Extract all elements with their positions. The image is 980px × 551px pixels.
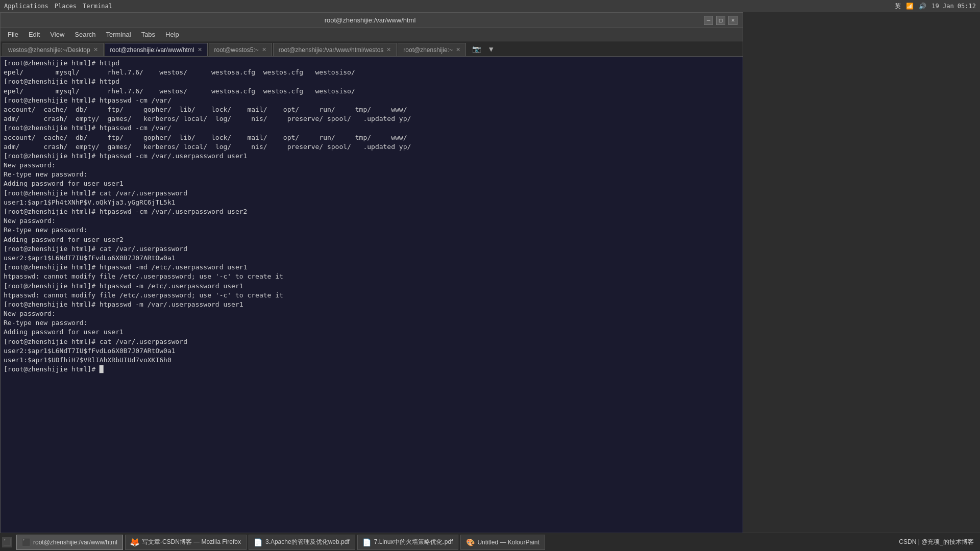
menu-terminal[interactable]: Terminal — [102, 30, 135, 39]
tab-3-label: root@westos5:~ — [214, 46, 259, 54]
taskbar-pdf1-label: 3.Apache的管理及优化web.pdf — [265, 538, 350, 546]
tab-4-label: root@zhenshijie:/var/www/html/westos — [279, 46, 384, 54]
taskbar-paint-label: Untitled — KolourPaint — [477, 539, 539, 546]
menu-help[interactable]: Help — [161, 30, 183, 39]
taskbar-pdf2-icon: 📄 — [363, 538, 371, 546]
window-title: root@zhenshijie:/var/www/html — [36, 16, 704, 24]
volume-icon: 🔊 — [919, 3, 926, 10]
taskbar-right-text: CSDN | @充项_的技术博客 — [899, 538, 978, 546]
minimize-button[interactable]: — — [704, 16, 713, 25]
menu-edit[interactable]: Edit — [24, 30, 44, 39]
taskbar-show-desktop[interactable]: ⬛ — [2, 537, 12, 547]
show-desktop-icon: ⬛ — [3, 538, 11, 546]
taskbar-paint[interactable]: 🎨 Untitled — KolourPaint — [460, 535, 545, 550]
taskbar-firefox-label: 写文章-CSDN博客 — Mozilla Firefox — [142, 538, 241, 546]
tab-2-label: root@zhenshijie:/var/www/html — [110, 46, 194, 54]
tab-2[interactable]: root@zhenshijie:/var/www/html ✕ — [105, 43, 208, 56]
menu-bar: File Edit View Search Terminal Tabs Help — [1, 28, 743, 41]
tab-5-close[interactable]: ✕ — [456, 46, 460, 53]
taskbar: ⬛ ⬛ root@zhenshijie:/var/www/html 🦊 写文章-… — [0, 533, 980, 551]
taskbar-pdf1[interactable]: 📄 3.Apache的管理及优化web.pdf — [249, 535, 355, 550]
tab-4-close[interactable]: ✕ — [386, 46, 391, 53]
places-menu[interactable]: Places — [55, 3, 77, 10]
taskbar-pdf1-icon: 📄 — [254, 538, 262, 546]
wifi-icon: 📶 — [906, 3, 914, 10]
menu-view[interactable]: View — [46, 30, 68, 39]
taskbar-pdf2-label: 7.Linux中的火墙策略优化.pdf — [374, 538, 453, 546]
tab-bar: westos@zhenshijie:~/Desktop ✕ root@zhens… — [1, 41, 743, 57]
terminal-menu[interactable]: Terminal — [83, 3, 112, 10]
menu-tabs[interactable]: Tabs — [137, 30, 159, 39]
menu-search[interactable]: Search — [70, 30, 100, 39]
tab-3[interactable]: root@westos5:~ ✕ — [209, 43, 272, 56]
system-bar-right: 英 📶 🔊 19 Jan 05:12 — [895, 2, 976, 11]
taskbar-terminal-icon: ⬛ — [22, 538, 30, 546]
tab-5-label: root@zhenshijie:~ — [403, 46, 453, 54]
system-bar: Applications Places Terminal 英 📶 🔊 19 Ja… — [0, 0, 980, 12]
datetime-display: 19 Jan 05:12 — [932, 3, 976, 10]
tab-1[interactable]: westos@zhenshijie:~/Desktop ✕ — [3, 43, 104, 56]
title-bar: root@zhenshijie:/var/www/html — □ ✕ — [1, 13, 743, 28]
language-indicator: 英 — [895, 2, 901, 11]
close-button[interactable]: ✕ — [728, 16, 738, 25]
window-controls: — □ ✕ — [704, 16, 738, 25]
taskbar-terminal[interactable]: ⬛ root@zhenshijie:/var/www/html — [16, 535, 123, 550]
system-bar-left: Applications Places Terminal — [4, 3, 112, 10]
taskbar-pdf2[interactable]: 📄 7.Linux中的火墙策略优化.pdf — [357, 535, 459, 550]
taskbar-firefox[interactable]: 🦊 写文章-CSDN博客 — Mozilla Firefox — [125, 535, 247, 550]
applications-menu[interactable]: Applications — [4, 3, 48, 10]
tab-4[interactable]: root@zhenshijie:/var/www/html/westos ✕ — [273, 43, 397, 56]
menu-file[interactable]: File — [4, 30, 22, 39]
taskbar-paint-icon: 🎨 — [466, 538, 474, 546]
tab-2-close[interactable]: ✕ — [198, 46, 202, 53]
taskbar-firefox-icon: 🦊 — [131, 538, 139, 546]
taskbar-terminal-label: root@zhenshijie:/var/www/html — [33, 539, 117, 546]
tab-1-close[interactable]: ✕ — [93, 46, 98, 53]
tab-menu-button[interactable]: ▼ — [487, 45, 495, 53]
tab-5[interactable]: root@zhenshijie:~ ✕ — [398, 43, 466, 56]
tab-3-close[interactable]: ✕ — [262, 46, 266, 53]
tab-add-button[interactable]: 📷 — [469, 45, 484, 53]
tab-1-label: westos@zhenshijie:~/Desktop — [8, 46, 90, 54]
terminal-window: root@zhenshijie:/var/www/html — □ ✕ File… — [0, 12, 743, 551]
maximize-button[interactable]: □ — [716, 16, 725, 25]
terminal-output[interactable]: [root@zhenshijie html]# httpd epel/ mysq… — [1, 57, 743, 550]
